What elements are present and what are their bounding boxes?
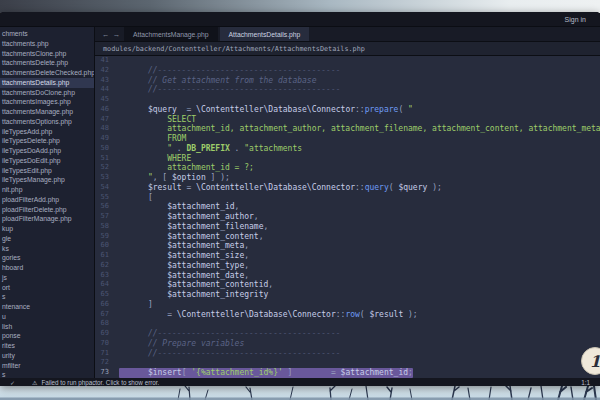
code-line[interactable]: 55 [ (95, 193, 600, 203)
file-item[interactable]: ttachmentsDetails.php (0, 78, 94, 88)
line-number: 46 (95, 105, 119, 115)
code-line[interactable]: 61 $attachment_size, (95, 251, 600, 261)
file-item[interactable]: ploadFilterDelete.php (0, 205, 94, 215)
diagnostics-check-icon[interactable]: ✓ (10, 379, 15, 386)
code-line[interactable]: 49 FROM (95, 134, 600, 144)
code-line[interactable]: 41 (95, 56, 600, 66)
file-item[interactable]: ttachmentsDeleteChecked.php (0, 68, 94, 78)
code-line[interactable]: 69 //-----------------------------------… (95, 329, 600, 339)
code-line[interactable]: 72 (95, 358, 600, 368)
file-item[interactable]: hboard (0, 263, 94, 273)
code-line[interactable]: 67 = \Contentteller\Database\Connector::… (95, 310, 600, 320)
file-item[interactable]: ttachmentsOptions.php (0, 117, 94, 127)
file-item[interactable]: rites (0, 341, 94, 351)
file-item[interactable]: ntenance (0, 302, 94, 312)
file-item[interactable]: gories (0, 253, 94, 263)
file-item[interactable]: gle (0, 234, 94, 244)
file-item[interactable]: ileTypesAdd.php (0, 127, 94, 137)
code-line[interactable]: 48 attachment_id, attachment_author, att… (95, 124, 600, 134)
file-item[interactable]: chments (0, 29, 94, 39)
file-item[interactable]: ponse (0, 331, 94, 341)
file-item[interactable]: ttachments.php (0, 39, 94, 49)
code-line[interactable]: 64 $attachment_contentid, (95, 280, 600, 290)
code-line[interactable]: 51 WHERE (95, 154, 600, 164)
line-number: 48 (95, 124, 119, 134)
file-item[interactable]: u (0, 312, 94, 322)
file-item[interactable]: mfilter (0, 361, 94, 371)
file-item[interactable]: urity (0, 351, 94, 361)
code-line[interactable]: 42 //-----------------------------------… (95, 66, 600, 76)
file-item[interactable]: ort (0, 283, 94, 293)
file-item[interactable]: ileTypesDelete.php (0, 136, 94, 146)
code-line[interactable]: 70 // Prepare variables (95, 339, 600, 349)
file-item[interactable]: ileTypesDoAdd.php (0, 146, 94, 156)
code-line[interactable]: 68 (95, 319, 600, 329)
code-text: // Get attachment from the database (119, 76, 316, 86)
code-text: WHERE (119, 154, 191, 164)
code-line[interactable]: 65 $attachment_integrity (95, 290, 600, 300)
code-text: $attachment_id, (119, 202, 239, 212)
file-item[interactable]: s (0, 370, 94, 378)
code-line[interactable]: 56 $attachment_id, (95, 202, 600, 212)
breadcrumb[interactable]: modules/backend/Contentteller/Attachment… (95, 42, 600, 56)
line-number: 61 (95, 251, 119, 261)
nav-forward-icon[interactable]: → (111, 27, 122, 41)
file-item[interactable]: ks (0, 244, 94, 254)
cursor-position[interactable]: 1:1 (581, 379, 590, 386)
nav-back-icon[interactable]: ← (100, 27, 111, 41)
sign-in-button[interactable]: Sign in (565, 16, 586, 23)
code-text: $attachment_integrity (119, 290, 268, 300)
file-item[interactable]: ileTypesManage.php (0, 175, 94, 185)
code-line[interactable]: 47 SELECT (95, 115, 600, 125)
code-line[interactable]: 58 $attachment_filename, (95, 222, 600, 232)
code-line[interactable]: 53 ", [ $option ] ); (95, 173, 600, 183)
line-number: 49 (95, 134, 119, 144)
code-line[interactable]: 44 //-----------------------------------… (95, 85, 600, 95)
line-number: 60 (95, 241, 119, 251)
file-item[interactable]: s (0, 292, 94, 302)
code-line[interactable]: 52 attachment_id = ?; (95, 163, 600, 173)
code-line[interactable]: 71 //-----------------------------------… (95, 349, 600, 359)
code-line[interactable]: 62 $attachment_type, (95, 261, 600, 271)
file-item[interactable]: ttachmentsManage.php (0, 107, 94, 117)
line-number: 53 (95, 173, 119, 183)
file-item[interactable]: lish (0, 322, 94, 332)
status-error-message[interactable]: Failed to run phpactor. Click to show er… (41, 379, 159, 386)
file-item[interactable]: js (0, 273, 94, 283)
file-item[interactable]: ttachmentsDoClone.php (0, 88, 94, 98)
file-item[interactable]: ttachmentsClone.php (0, 49, 94, 59)
file-item[interactable]: ileTypesDoEdit.php (0, 156, 94, 166)
code-text: ", [ $option ] ); (119, 173, 230, 183)
titlebar: Sign in (0, 12, 600, 27)
file-item[interactable]: ttachmentsImages.php (0, 97, 94, 107)
code-line[interactable]: 45 (95, 95, 600, 105)
code-line[interactable]: 43 // Get attachment from the database (95, 76, 600, 86)
code-line[interactable]: 54 $result = \Contentteller\Database\Con… (95, 183, 600, 193)
code-line[interactable]: 66 ] (95, 300, 600, 310)
code-text: ] (119, 300, 153, 310)
code-editor[interactable]: 4142 //---------------------------------… (95, 56, 600, 378)
code-text: $attachment_content, (119, 232, 264, 242)
line-number: 43 (95, 76, 119, 86)
code-line[interactable]: 57 $attachment_author, (95, 212, 600, 222)
code-text: //-------------------------------------- (119, 85, 341, 95)
file-item[interactable]: ploadFilterManage.php (0, 214, 94, 224)
line-number: 64 (95, 280, 119, 290)
tab-attachments-manage[interactable]: AttachmentsManage.php (124, 27, 218, 41)
window-body: chmentsttachments.phpttachmentsClone.php… (0, 27, 600, 378)
code-text: $attachment_meta, (119, 241, 249, 251)
file-item[interactable]: kup (0, 224, 94, 234)
code-line[interactable]: 60 $attachment_meta, (95, 241, 600, 251)
file-item[interactable]: nit.php (0, 185, 94, 195)
code-text: $attachment_filename, (119, 222, 268, 232)
tab-attachments-details[interactable]: AttachmentsDetails.php (220, 27, 310, 41)
code-line[interactable]: 63 $attachment_date, (95, 271, 600, 281)
selected-code-text: $insert[ '{%attachment_id%}' ] = $attach… (119, 368, 413, 378)
code-line[interactable]: 50 " . DB_PREFIX . "attachments (95, 144, 600, 154)
file-item[interactable]: ttachmentsDelete.php (0, 58, 94, 68)
code-line[interactable]: 46 $query = \Contentteller\Database\Conn… (95, 105, 600, 115)
code-line[interactable]: 59 $attachment_content, (95, 232, 600, 242)
file-item[interactable]: ploadFilterAdd.php (0, 195, 94, 205)
file-item[interactable]: ileTypesEdit.php (0, 166, 94, 176)
code-line[interactable]: 73 $insert[ '{%attachment_id%}' ] = $att… (95, 368, 600, 378)
